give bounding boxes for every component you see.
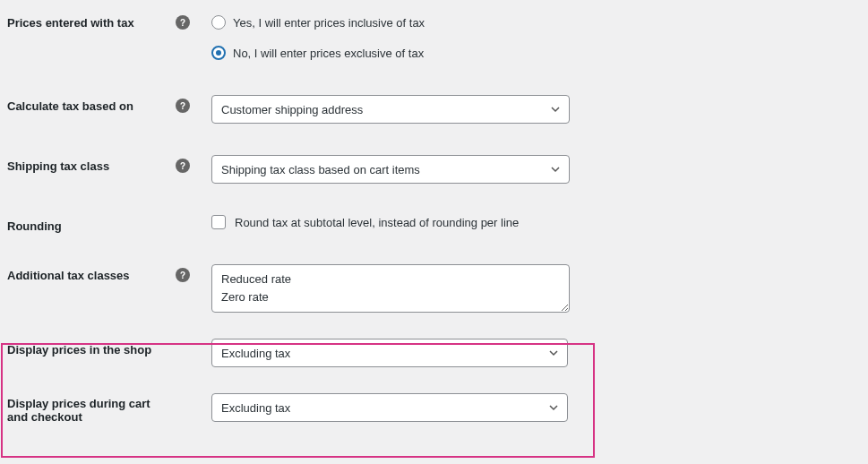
label-prices-with-tax: Prices entered with tax (7, 16, 168, 30)
checkbox-label-rounding: Round tax at subtotal level, instead of … (235, 216, 519, 229)
help-icon[interactable]: ? (176, 15, 190, 30)
textarea-additional-tax-classes[interactable]: Reduced rate Zero rate (211, 264, 570, 313)
row-display-cart: Display prices during cart and checkout … (0, 372, 868, 428)
help-icon[interactable]: ? (176, 268, 190, 282)
label-rounding: Rounding (7, 219, 168, 233)
select-display-shop[interactable]: Excluding tax (211, 339, 568, 367)
label-shipping-tax-class: Shipping tax class (7, 159, 168, 173)
label-display-cart: Display prices during cart and checkout (7, 397, 168, 424)
label-additional-tax-classes: Additional tax classes (7, 269, 168, 282)
radio-icon (211, 46, 226, 60)
row-prices-with-tax: Prices entered with tax ? Yes, I will en… (0, 0, 868, 64)
highlight-section: Display prices in the shop ? Excluding t… (0, 317, 868, 428)
help-icon[interactable]: ? (176, 159, 190, 173)
select-value: Excluding tax (221, 401, 290, 415)
select-value: Excluding tax (221, 347, 290, 360)
checkbox-rounding[interactable]: Round tax at subtotal level, instead of … (211, 215, 519, 229)
radio-option-inclusive[interactable]: Yes, I will enter prices inclusive of ta… (211, 15, 425, 30)
select-value: Shipping tax class based on cart items (221, 163, 420, 176)
row-additional-tax-classes: Additional tax classes ? Reduced rate Ze… (0, 237, 868, 317)
radio-icon (211, 15, 226, 30)
help-icon[interactable]: ? (176, 99, 190, 113)
help-icon-spacer: ? (176, 219, 190, 233)
help-icon-spacer: ? (176, 403, 190, 417)
row-rounding: Rounding ? Round tax at subtotal level, … (0, 188, 868, 237)
row-shipping-tax-class: Shipping tax class ? Shipping tax class … (0, 128, 868, 188)
label-calculate-tax: Calculate tax based on (7, 99, 168, 113)
select-calculate-tax[interactable]: Customer shipping address (211, 95, 570, 124)
checkbox-icon (211, 215, 226, 229)
radio-group-prices-with-tax: Yes, I will enter prices inclusive of ta… (211, 15, 425, 60)
radio-option-exclusive[interactable]: No, I will enter prices exclusive of tax (211, 46, 425, 60)
tax-settings-form: Prices entered with tax ? Yes, I will en… (0, 0, 868, 428)
label-display-shop: Display prices in the shop (7, 343, 168, 357)
row-display-shop: Display prices in the shop ? Excluding t… (0, 317, 868, 372)
help-icon-spacer: ? (176, 342, 190, 357)
row-calculate-tax: Calculate tax based on ? Customer shippi… (0, 64, 868, 128)
radio-label-exclusive: No, I will enter prices exclusive of tax (233, 47, 424, 60)
select-shipping-tax-class[interactable]: Shipping tax class based on cart items (211, 155, 570, 184)
select-display-cart[interactable]: Excluding tax (211, 393, 568, 422)
radio-label-inclusive: Yes, I will enter prices inclusive of ta… (233, 16, 425, 30)
select-value: Customer shipping address (221, 103, 363, 116)
